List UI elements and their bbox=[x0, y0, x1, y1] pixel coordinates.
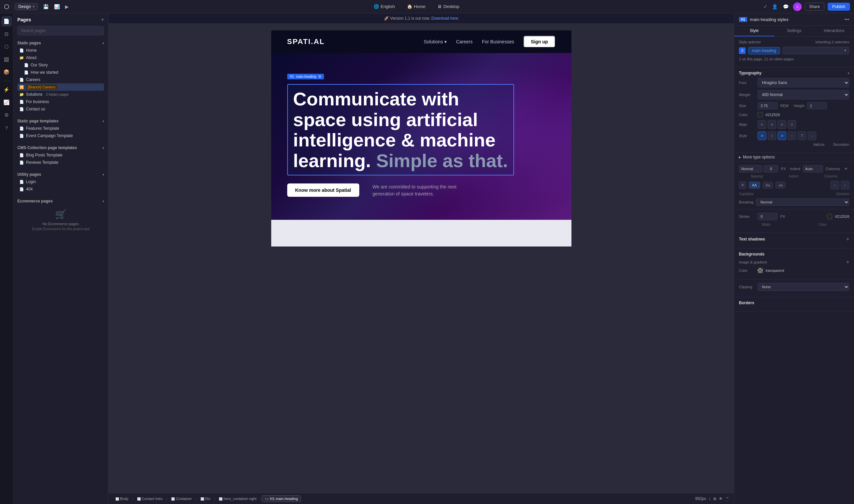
page-login[interactable]: 📄Login bbox=[17, 178, 104, 185]
typography-arrow[interactable]: ▾ bbox=[848, 71, 849, 75]
page-about[interactable]: 📁About bbox=[17, 54, 104, 61]
static-templates-section[interactable]: Static page templates ▾ bbox=[17, 118, 104, 125]
height-input[interactable] bbox=[807, 102, 827, 109]
page-home[interactable]: 📄Home bbox=[17, 47, 104, 54]
bc-container[interactable]: ⬜Container bbox=[168, 495, 195, 502]
weight-selector[interactable]: 400 Normal bbox=[758, 90, 849, 100]
canvas-wrapper[interactable]: SPATI.AL Solutions ▾ Careers For Busines… bbox=[108, 24, 734, 493]
bc-body[interactable]: ⬜Body bbox=[112, 495, 131, 502]
style-strikethrough-button[interactable]: ✕ bbox=[778, 131, 786, 140]
bc-div[interactable]: ⬜Div bbox=[198, 495, 214, 502]
desktop-btn[interactable]: 🖥 Desktop bbox=[435, 3, 462, 10]
page-features-template[interactable]: 📄Features Template bbox=[17, 125, 104, 132]
page-branch-careers[interactable]: 🔀[Branch] Careers bbox=[17, 84, 104, 91]
tab-settings[interactable]: Settings bbox=[774, 26, 814, 36]
ecommerce-section[interactable]: Ecommerce pages ▾ bbox=[17, 197, 104, 205]
preview-icon[interactable]: 👁 bbox=[719, 497, 723, 501]
mode-selector[interactable]: Design ▾ bbox=[15, 3, 38, 10]
transform-x-button[interactable]: ✕ bbox=[739, 181, 746, 189]
bc-hero-container[interactable]: ⬜hero_container-right bbox=[216, 495, 259, 502]
page-careers[interactable]: 📄Careers bbox=[17, 76, 104, 84]
utility-pages-section[interactable]: Utility pages ▾ bbox=[17, 171, 104, 178]
stroke-color-swatch[interactable] bbox=[827, 214, 832, 219]
element-h1-tag[interactable]: H1 main-heading ⚙ bbox=[287, 74, 324, 79]
settings-strip-icon[interactable]: ⚙ bbox=[1, 110, 12, 121]
add-bg-image-button[interactable]: + bbox=[846, 259, 849, 265]
tab-style[interactable]: Style bbox=[734, 26, 774, 36]
page-event-template[interactable]: 📄Event Campaign Template bbox=[17, 132, 104, 140]
add-page-button[interactable]: + bbox=[101, 17, 104, 23]
nav-careers[interactable]: Careers bbox=[456, 39, 473, 44]
style-subscript-button[interactable]: ↓ bbox=[807, 131, 816, 140]
size-input[interactable] bbox=[758, 102, 778, 109]
search-pages-input[interactable] bbox=[17, 26, 104, 35]
static-pages-section[interactable]: Static pages ▾ bbox=[17, 39, 104, 47]
spacing-select[interactable]: Normal bbox=[739, 165, 762, 173]
layers-icon[interactable]: ⊟ bbox=[1, 29, 12, 39]
font-selector[interactable]: Hiragino Sans bbox=[758, 78, 849, 87]
user-avatar[interactable]: 1 bbox=[793, 2, 802, 11]
direction-ltr-button[interactable]: ↔ bbox=[831, 181, 839, 190]
nav-solutions[interactable]: Solutions ▾ bbox=[424, 39, 447, 44]
add-text-shadow-button[interactable]: + bbox=[846, 236, 849, 242]
hero-heading-box[interactable]: Communicate with space using artificial … bbox=[287, 84, 514, 176]
share-button[interactable]: Share bbox=[805, 3, 824, 11]
color-swatch[interactable] bbox=[758, 112, 763, 118]
chat-icon[interactable]: 💬 bbox=[782, 3, 789, 10]
save-icon[interactable]: 💾 bbox=[42, 3, 50, 10]
profile-icon[interactable]: 👤 bbox=[771, 3, 779, 10]
page-404[interactable]: 📄404 bbox=[17, 185, 104, 193]
style-tag[interactable]: main-heading bbox=[748, 47, 780, 54]
zoom-resize-icon[interactable]: ↕ bbox=[709, 497, 711, 501]
stroke-input[interactable] bbox=[758, 213, 778, 220]
style-x-button[interactable]: ✕ bbox=[758, 131, 766, 140]
banner-link[interactable]: Download here bbox=[431, 16, 458, 21]
analytics-strip-icon[interactable]: 📈 bbox=[1, 97, 12, 108]
signup-button[interactable]: Sign up bbox=[523, 36, 555, 48]
bc-contact-intro[interactable]: ⬜Contact Intro bbox=[134, 495, 166, 502]
components-icon[interactable]: ⬡ bbox=[1, 41, 12, 52]
nav-for-businesses[interactable]: For Businesses bbox=[482, 39, 514, 44]
bg-color-swatch[interactable] bbox=[758, 268, 763, 273]
panel-more-icon[interactable]: ••• bbox=[844, 17, 849, 22]
page-our-story[interactable]: 📄Our Story bbox=[22, 61, 104, 69]
page-for-business[interactable]: 📄For business bbox=[17, 98, 104, 105]
apps-icon[interactable]: ⚡ bbox=[1, 84, 12, 95]
style-tag-dropdown[interactable]: ▾ bbox=[783, 47, 849, 54]
align-right-button[interactable]: ≡ bbox=[778, 120, 786, 129]
spacing-num-input[interactable] bbox=[764, 165, 778, 173]
align-left-button[interactable]: ≡ bbox=[758, 120, 766, 129]
analytics-icon[interactable]: 📊 bbox=[53, 3, 61, 10]
style-normal-button[interactable]: T bbox=[798, 131, 806, 140]
zoom-fit-icon[interactable]: ⊞ bbox=[713, 497, 716, 501]
align-justify-button[interactable]: ≡ bbox=[787, 120, 796, 129]
style-superscript-button[interactable]: ↑ bbox=[787, 131, 796, 140]
page-contact-us[interactable]: 📄Contact us bbox=[17, 105, 104, 113]
help-icon[interactable]: ? bbox=[1, 122, 12, 133]
transform-aa-button[interactable]: AA bbox=[749, 182, 760, 188]
cms-templates-section[interactable]: CMS Collection page templates ▾ bbox=[17, 144, 104, 151]
mobile-preview-icon[interactable]: 📱 bbox=[725, 497, 730, 501]
transform-aa-lower-button[interactable]: aa bbox=[776, 182, 786, 188]
cms-icon[interactable]: 📦 bbox=[1, 67, 12, 77]
home-page-btn[interactable]: 🏠 Home bbox=[404, 3, 428, 10]
page-blog-template[interactable]: 📄Blog Posts Template bbox=[17, 151, 104, 159]
direction-rtl-button[interactable]: ↕ bbox=[841, 181, 849, 190]
page-solutions[interactable]: 📁Solutions3 hidden pages bbox=[17, 91, 104, 98]
add-columns-button[interactable]: + bbox=[843, 165, 849, 172]
style-italic-button[interactable]: I bbox=[768, 131, 776, 140]
clipping-select[interactable]: None bbox=[758, 283, 849, 291]
pages-icon[interactable]: 📄 bbox=[1, 16, 12, 27]
play-icon[interactable]: ▶ bbox=[64, 3, 70, 10]
language-selector[interactable]: 🌐 English bbox=[371, 3, 398, 10]
page-reviews-template[interactable]: 📄Reviews Template bbox=[17, 159, 104, 166]
app-logo[interactable]: ⬡ bbox=[4, 3, 10, 10]
assets-icon[interactable]: 🖼 bbox=[1, 54, 12, 65]
indent-select[interactable]: Auto bbox=[803, 165, 823, 173]
align-center-button[interactable]: ≡ bbox=[768, 120, 776, 129]
page-how-we-started[interactable]: 📄How we started bbox=[22, 69, 104, 76]
more-type-toggle[interactable]: ▸ More type options bbox=[739, 155, 849, 159]
tab-interactions[interactable]: Interactions bbox=[814, 26, 854, 36]
bc-h1-main-heading[interactable]: H1H1 main-heading bbox=[262, 495, 301, 502]
publish-button[interactable]: Publish bbox=[828, 3, 850, 11]
